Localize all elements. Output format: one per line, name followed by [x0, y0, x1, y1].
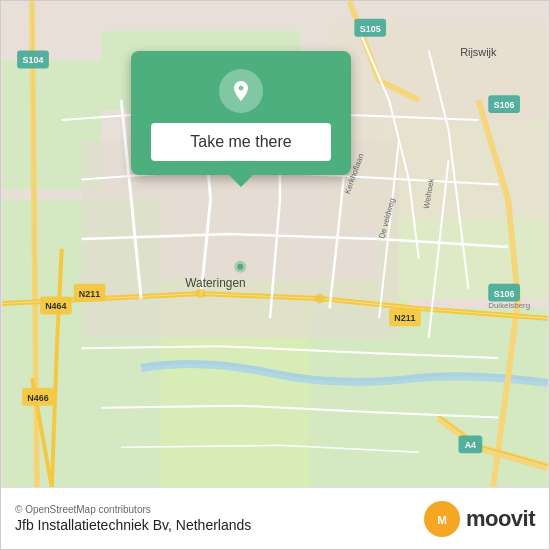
svg-text:Rijswijk: Rijswijk	[460, 46, 497, 58]
location-pin-icon	[229, 79, 253, 103]
svg-text:S106: S106	[494, 289, 515, 299]
app-container: S104 S105 S106 S106 N211 N211 N464 N466	[0, 0, 550, 550]
svg-text:N211: N211	[394, 313, 415, 323]
svg-point-33	[196, 289, 206, 299]
svg-text:S105: S105	[360, 24, 381, 34]
svg-text:Wateringen: Wateringen	[185, 276, 245, 290]
pin-icon-container	[219, 69, 263, 113]
svg-text:S104: S104	[23, 55, 44, 65]
footer-info: © OpenStreetMap contributors Jfb Install…	[15, 504, 251, 533]
svg-point-36	[237, 264, 243, 270]
svg-point-34	[315, 294, 325, 304]
svg-text:N466: N466	[27, 393, 48, 403]
footer: © OpenStreetMap contributors Jfb Install…	[1, 487, 549, 549]
copyright-text: © OpenStreetMap contributors	[15, 504, 251, 515]
take-me-there-button[interactable]: Take me there	[151, 123, 331, 161]
svg-text:M: M	[437, 513, 447, 526]
location-title: Jfb Installatietechniek Bv, Netherlands	[15, 517, 251, 533]
svg-text:Duikelsberg: Duikelsberg	[488, 301, 530, 310]
svg-text:S106: S106	[494, 100, 515, 110]
svg-text:N464: N464	[45, 301, 66, 311]
location-popup: Take me there	[131, 51, 351, 175]
svg-text:A4: A4	[465, 440, 476, 450]
map-area: S104 S105 S106 S106 N211 N211 N464 N466	[1, 1, 549, 487]
moovit-text: moovit	[466, 506, 535, 532]
svg-text:N211: N211	[79, 289, 100, 299]
moovit-icon: M	[424, 501, 460, 537]
moovit-logo-container: M moovit	[424, 501, 535, 537]
